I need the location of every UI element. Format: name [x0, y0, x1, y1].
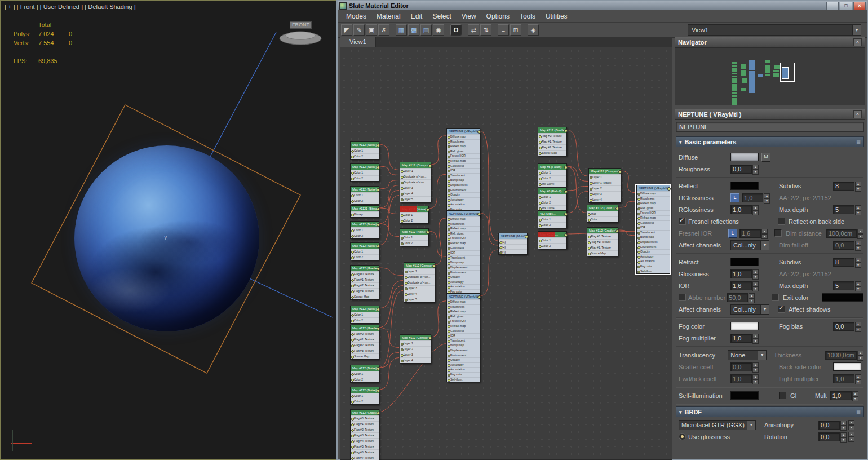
- output-socket-icon[interactable]: [377, 412, 380, 415]
- self-illumination-swatch[interactable]: [730, 391, 759, 400]
- node-input-slot[interactable]: Layer 4: [589, 197, 621, 202]
- select-tree-icon[interactable]: ≡: [498, 24, 509, 36]
- hide-slots-icon[interactable]: ⊞: [510, 24, 521, 36]
- node-input-slot[interactable]: Reflect map: [447, 144, 480, 149]
- graph-node[interactable]: Map #112 (Noise)Color 1Color 2: [400, 206, 429, 224]
- output-socket-icon[interactable]: [615, 229, 619, 233]
- node-input-slot[interactable]: Flag #1: Texture: [538, 139, 566, 144]
- node-input-slot[interactable]: Source Map: [587, 250, 618, 256]
- node-input-slot[interactable]: An. rotation: [637, 259, 670, 264]
- output-socket-icon[interactable]: [477, 130, 481, 134]
- node-input-slot[interactable]: Flag #2: Texture: [587, 245, 618, 250]
- node-input-slot[interactable]: Refl. gloss.: [447, 149, 480, 154]
- maximize-button[interactable]: □: [840, 2, 852, 10]
- output-socket-icon[interactable]: [525, 235, 528, 238]
- close-button[interactable]: ×: [853, 2, 866, 10]
- navigator-close-icon[interactable]: ×: [853, 38, 862, 46]
- node-input-slot[interactable]: Color 2: [538, 243, 566, 249]
- menu-select[interactable]: Select: [427, 12, 456, 20]
- graph-node[interactable]: Map #112 (Gradient R...)Flag #0: Texture…: [350, 409, 379, 460]
- node-input-slot[interactable]: Fresnel IOR: [447, 236, 480, 241]
- node-input-slot[interactable]: An. rotation: [447, 284, 480, 289]
- node-input-slot[interactable]: Color 2: [400, 218, 428, 223]
- light-multiplier-spinner[interactable]: 1,0▴▾: [833, 374, 861, 383]
- exit-color-swatch[interactable]: [822, 293, 863, 302]
- graph-node[interactable]: Map #112 (Composite)Layer 1Layer 1 (Mask…: [588, 168, 621, 203]
- fog-bias-spinner[interactable]: 0,0▴▾: [833, 322, 861, 331]
- node-input-slot[interactable]: Color 1: [400, 235, 428, 240]
- graph-node[interactable]: Map #112 (Noise)Color 1Color 2: [350, 365, 379, 383]
- node-input-slot[interactable]: Color 1: [538, 170, 566, 175]
- node-input-slot[interactable]: (1): [499, 239, 527, 244]
- node-input-slot[interactable]: Flag #3: Texture: [351, 432, 379, 438]
- fresnel-reflections-checkbox[interactable]: [679, 218, 686, 225]
- node-input-slot[interactable]: Glossiness: [447, 246, 480, 251]
- output-socket-icon[interactable]: [377, 207, 380, 211]
- node-input-slot[interactable]: Color 1: [400, 212, 428, 218]
- node-input-slot[interactable]: Color 2: [351, 254, 379, 260]
- abbe-number-spinner[interactable]: 50,0▴▾: [727, 293, 755, 302]
- gi-checkbox[interactable]: [779, 392, 786, 399]
- brdf-type-dropdown[interactable]: Microfacet GTR (GGX)▾: [679, 420, 756, 430]
- node-input-slot[interactable]: Color 2: [351, 175, 379, 181]
- node-input-slot[interactable]: Opacity: [637, 249, 670, 254]
- node-input-slot[interactable]: Flag #3: Texture: [351, 348, 379, 353]
- output-socket-icon[interactable]: [477, 213, 481, 216]
- node-input-slot[interactable]: Color 1: [351, 148, 379, 153]
- graph-node[interactable]: NEPTUNE (VRayMtl)Diffuse mapRoughnessRef…: [446, 293, 480, 382]
- dim-falloff-spinner[interactable]: 0,0▴▾: [833, 241, 861, 250]
- node-input-slot[interactable]: Layer 5: [400, 196, 431, 202]
- node-input-slot[interactable]: Roughness: [637, 196, 670, 201]
- node-input-slot[interactable]: Color 2: [351, 377, 379, 382]
- node-input-slot[interactable]: Layer 1: [404, 268, 435, 274]
- view-selector[interactable]: View1 ▾: [688, 24, 861, 36]
- fresnel-ior-lock-button[interactable]: L: [728, 229, 737, 238]
- node-input-slot[interactable]: Anisotropy: [637, 254, 670, 259]
- use-glossiness-radio[interactable]: [679, 433, 686, 440]
- node-input-slot[interactable]: Refl. gloss.: [637, 206, 670, 211]
- graph-node[interactable]: Map #112 (Gradient R...)Flag #0: Texture…: [350, 325, 379, 360]
- node-input-slot[interactable]: Layer 3: [400, 185, 431, 191]
- node-input-slot[interactable]: Flag #1: Texture: [351, 277, 379, 282]
- menu-options[interactable]: Options: [481, 12, 515, 20]
- rollout-basic-parameters[interactable]: ▾ Basic parameters ▦: [676, 136, 864, 147]
- ior-spinner[interactable]: 1,6▴▾: [730, 281, 759, 290]
- node-input-slot[interactable]: Flag #0: Texture: [587, 233, 618, 239]
- show-std-map-icon[interactable]: ▦: [396, 24, 407, 36]
- node-input-slot[interactable]: Diffuse map: [447, 134, 480, 139]
- output-socket-icon[interactable]: [377, 166, 380, 169]
- assign-material-icon[interactable]: ▣: [366, 24, 377, 36]
- node-input-slot[interactable]: Refract map: [447, 241, 480, 246]
- shaded-material-icon[interactable]: O: [450, 24, 462, 36]
- anisotropy-map-arrows[interactable]: ▴▾: [848, 420, 854, 430]
- output-socket-icon[interactable]: [564, 166, 568, 169]
- node-input-slot[interactable]: Translucent: [637, 230, 670, 235]
- graph-node[interactable]: Map #112 (Composite)Layer 1Duplicate of …: [400, 162, 431, 202]
- fresnel-ior-spinner[interactable]: 1,6▴▾: [739, 229, 768, 238]
- node-input-slot[interactable]: Environment: [447, 188, 480, 193]
- output-socket-icon[interactable]: [477, 295, 481, 299]
- node-input-slot[interactable]: Layer 3: [404, 285, 435, 291]
- node-input-slot[interactable]: Opacity: [447, 275, 480, 280]
- material-titlebar[interactable]: NEPTUNE ( VRayMtl ) ×: [675, 109, 865, 120]
- fog-color-swatch[interactable]: [730, 322, 759, 330]
- graph-node[interactable]: NEPTUNE (VRayMtl)Diffuse mapRoughnessRef…: [446, 210, 480, 299]
- node-input-slot[interactable]: Flag #1: Texture: [351, 421, 379, 427]
- node-input-slot[interactable]: Reflect map: [637, 201, 670, 206]
- reflect-color-swatch[interactable]: [730, 182, 759, 190]
- window-titlebar[interactable]: Slate Material Editor – □ ×: [338, 1, 867, 10]
- output-socket-icon[interactable]: [377, 144, 380, 147]
- output-socket-icon[interactable]: [667, 187, 671, 191]
- translucency-dropdown[interactable]: None▾: [728, 350, 767, 360]
- node-input-slot[interactable]: Color 1: [538, 237, 566, 243]
- node-input-slot[interactable]: Flag #1: Texture: [587, 239, 618, 245]
- show-background-icon[interactable]: ▤: [420, 24, 432, 36]
- output-socket-icon[interactable]: [377, 188, 380, 192]
- reflect-maxdepth-spinner[interactable]: 5▴▾: [833, 205, 861, 214]
- params-close-icon[interactable]: ×: [853, 110, 862, 118]
- node-input-slot[interactable]: Color 1: [538, 194, 566, 200]
- node-input-slot[interactable]: Layer 2: [589, 185, 621, 191]
- output-socket-icon[interactable]: [564, 233, 568, 237]
- node-input-slot[interactable]: Refl. gloss.: [447, 231, 480, 236]
- node-input-slot[interactable]: Color 2: [351, 233, 379, 238]
